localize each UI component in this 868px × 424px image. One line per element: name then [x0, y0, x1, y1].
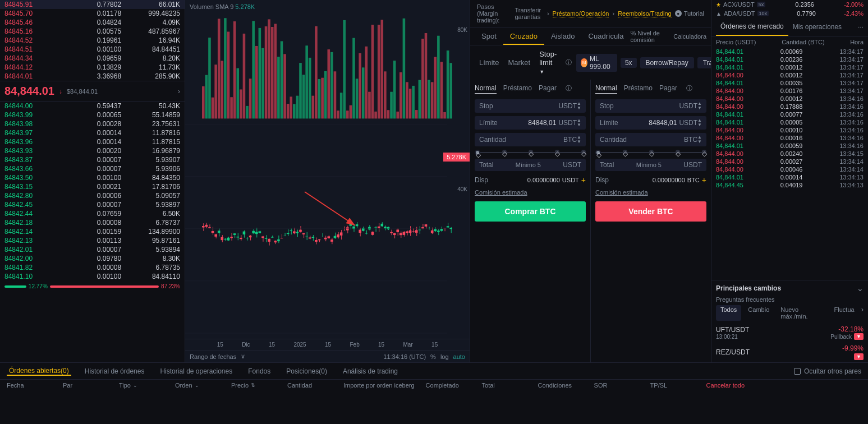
leverage-btn[interactable]: 5x	[621, 58, 637, 68]
buy-commission[interactable]: Comisión estimada	[475, 189, 586, 196]
buy-price-row[interactable]: 84843.99 0.00065 55.14859	[0, 110, 185, 119]
buy-limit-down[interactable]: ▼	[577, 123, 581, 127]
sell-price-row[interactable]: 84844.34 0.09659 8.20K	[0, 54, 185, 63]
market-order-row[interactable]: 84,844.01 0.00077 13:34:16	[711, 110, 868, 118]
buy-price-row[interactable]: 84843.66 0.00007 5.93906	[0, 164, 185, 173]
sell-limit-down[interactable]: ▼	[697, 123, 702, 127]
buy-slider-dot-2[interactable]: ◇	[529, 150, 533, 154]
bth-tipo[interactable]: Tipo ⌄	[119, 382, 164, 389]
order-type-market[interactable]: Market	[506, 57, 532, 68]
buy-price-row[interactable]: 84842.18 0.00008 6.78737	[0, 218, 185, 227]
sell-amount-down[interactable]: ▼	[697, 140, 702, 144]
tab-cuadricula[interactable]: Cuadrícula	[582, 27, 631, 45]
sell-price-row[interactable]: 84845.70 0.01178 999.48235	[0, 9, 185, 18]
range-label[interactable]: Rango de fechas	[190, 353, 236, 360]
bottom-tab-open-orders[interactable]: Órdenes abiertas(0)	[7, 367, 71, 376]
market-order-row[interactable]: 84,844.00 0.00240 13:34:15	[711, 150, 868, 158]
buy-price-row[interactable]: 84842.45 0.00007 5.93897	[0, 200, 185, 209]
sell-mode-info-icon[interactable]: ⓘ	[686, 84, 692, 94]
market-order-row[interactable]: 84,844.01 0.00035 13:34:17	[711, 79, 868, 87]
market-order-row[interactable]: 84,844.00 0.00012 13:34:16	[711, 95, 868, 103]
step3-link[interactable]: Reembolso/Trading	[618, 10, 672, 17]
bth-orden[interactable]: Orden ⌄	[175, 382, 220, 389]
sell-mode-prestamo[interactable]: Préstamo	[624, 84, 653, 94]
market-order-row[interactable]: 84,844.45 0.04019 13:34:13	[711, 181, 868, 189]
order-type-limite[interactable]: Límite	[477, 57, 501, 68]
market-order-row[interactable]: 84,844.01 0.00012 13:34:17	[711, 63, 868, 71]
market-order-row[interactable]: 84,844.00 0.00016 13:34:16	[711, 134, 868, 142]
buy-price-row[interactable]: 84841.82 0.00008 6.78735	[0, 263, 185, 272]
market-order-row[interactable]: 84,844.01 0.00236 13:34:17	[711, 56, 868, 63]
buy-slider-dot-4[interactable]: ◇	[581, 150, 586, 154]
buy-price-row[interactable]: 84842.44 0.07659 6.50K	[0, 209, 185, 218]
step1-link[interactable]: Transferir garantías	[515, 7, 543, 20]
sell-price-row[interactable]: 84845.46 0.04824 4.09K	[0, 18, 185, 27]
sell-stop-arrows[interactable]: ▲ ▼	[697, 102, 702, 110]
buy-mode-normal[interactable]: Normal	[475, 84, 497, 94]
right-tab-my-trades[interactable]: Mis operaciones	[788, 19, 846, 35]
sell-button[interactable]: Vender BTC	[595, 201, 706, 222]
right-more-icon[interactable]: ···	[858, 23, 864, 31]
sell-price-row[interactable]: 84844.01 3.36968 285.90K	[0, 72, 185, 81]
buy-mode-info-icon[interactable]: ⓘ	[566, 84, 572, 94]
sell-mode-normal[interactable]: Normal	[595, 84, 617, 94]
sell-price-row[interactable]: 84845.91 0.77802 66.01K	[0, 0, 185, 9]
buy-price-row[interactable]: 84842.13 0.00113 95.87161	[0, 236, 185, 245]
buy-stop-arrows[interactable]: ▲ ▼	[577, 102, 581, 110]
market-order-row[interactable]: 84,844.00 0.00027 13:34:14	[711, 158, 868, 165]
market-order-row[interactable]: 84,844.00 0.17888 13:34:16	[711, 103, 868, 110]
percent-btn[interactable]: %	[430, 353, 436, 360]
sell-slider[interactable]: ◇ ◇ ◇ ◇ ◇	[595, 150, 706, 155]
buy-slider-dot-3[interactable]: ◇	[555, 150, 559, 154]
buy-price-row[interactable]: 84843.15 0.00021 17.81706	[0, 182, 185, 191]
sell-price-row[interactable]: 84845.16 0.00575 487.85967	[0, 27, 185, 36]
buy-price-row[interactable]: 84843.87 0.00007 5.93907	[0, 155, 185, 164]
bottom-tab-funds[interactable]: Fondos	[246, 367, 273, 375]
market-order-row[interactable]: 84,844.01 0.00014 13:34:13	[711, 173, 868, 181]
step2-link[interactable]: Préstamo/Operación	[553, 10, 609, 17]
buy-price-row[interactable]: 84842.14 0.00159 134.89900	[0, 227, 185, 236]
pc-row-uft[interactable]: UFT/USDT 13:00:21 -32.18% Pullback ▼	[711, 323, 868, 342]
calculator-btn[interactable]: Calculadora	[673, 33, 706, 40]
bottom-tab-positions[interactable]: Posiciones(0)	[284, 367, 329, 375]
pc-scroll-right[interactable]: ›	[861, 305, 864, 321]
sell-disp-plus[interactable]: +	[702, 176, 706, 185]
buy-price-row[interactable]: 84844.00 0.59437 50.43K	[0, 102, 185, 110]
buy-amount-arrows[interactable]: ▲ ▼	[577, 135, 581, 144]
sell-mode-pagar[interactable]: Pagar	[659, 84, 677, 94]
market-order-row[interactable]: 84,844.01 0.00059 13:34:16	[711, 142, 868, 150]
sell-slider-dot-3[interactable]: ◇	[676, 150, 680, 154]
buy-stop-down[interactable]: ▼	[577, 106, 581, 110]
tutorial-link[interactable]: ● Tutorial	[675, 10, 704, 17]
sell-slider-dot-1[interactable]: ◇	[623, 150, 627, 154]
buy-slider[interactable]: ◇ ◇ ◇ ◇ ◇	[475, 150, 586, 155]
buy-disp-plus[interactable]: +	[581, 176, 586, 185]
commission-level-btn[interactable]: % Nivel de comisión	[630, 30, 669, 43]
pc-tab-fluctua[interactable]: Fluctua	[830, 305, 859, 321]
market-order-row[interactable]: 84,844.00 0.00046 13:34:14	[711, 165, 868, 173]
sell-price-row[interactable]: 84844.52 0.19961 16.94K	[0, 36, 185, 45]
bottom-tab-trading-analysis[interactable]: Análisis de trading	[341, 367, 400, 375]
pc-tab-todos[interactable]: Todos	[716, 305, 741, 321]
bth-precio[interactable]: Precio ⇅	[231, 382, 276, 389]
buy-limit-arrows[interactable]: ▲ ▼	[577, 118, 581, 127]
bth-cancel-all[interactable]: Cancelar todo	[706, 382, 751, 389]
tab-aislado[interactable]: Aislado	[544, 27, 582, 45]
right-tab-market-orders[interactable]: Órdenes de mercado	[716, 18, 788, 36]
buy-price-row[interactable]: 84842.00 0.09780 8.30K	[0, 254, 185, 263]
buy-price-row[interactable]: 84843.97 0.00014 11.87816	[0, 128, 185, 137]
hide-others-checkbox[interactable]	[794, 368, 801, 375]
pair-row-acx[interactable]: ★ ACX/USDT 5x 0.2356 -2.00%	[711, 0, 868, 9]
pc-row-rez[interactable]: REZ/USDT -9.99% ▼	[711, 342, 868, 362]
pc-tab-max-min[interactable]: Nuevo máx./mín.	[776, 305, 827, 321]
pc-tab-cambio[interactable]: Cambio	[743, 305, 774, 321]
buy-price-row[interactable]: 84843.98 0.00028 23.75631	[0, 119, 185, 128]
tab-spot[interactable]: Spot	[475, 27, 503, 45]
sell-price-row[interactable]: 84844.12 0.13829 11.73K	[0, 63, 185, 72]
bottom-tab-trade-history[interactable]: Historial de operaciones	[158, 367, 235, 375]
order-type-stop-limit[interactable]: Stop-limit ▼	[537, 49, 559, 76]
buy-price-row[interactable]: 84841.10 0.00100 84.84110	[0, 272, 185, 281]
sell-commission[interactable]: Comisión estimada	[595, 189, 706, 196]
buy-amount-down[interactable]: ▼	[577, 140, 581, 144]
buy-price-row[interactable]: 84843.96 0.00014 11.87815	[0, 137, 185, 146]
